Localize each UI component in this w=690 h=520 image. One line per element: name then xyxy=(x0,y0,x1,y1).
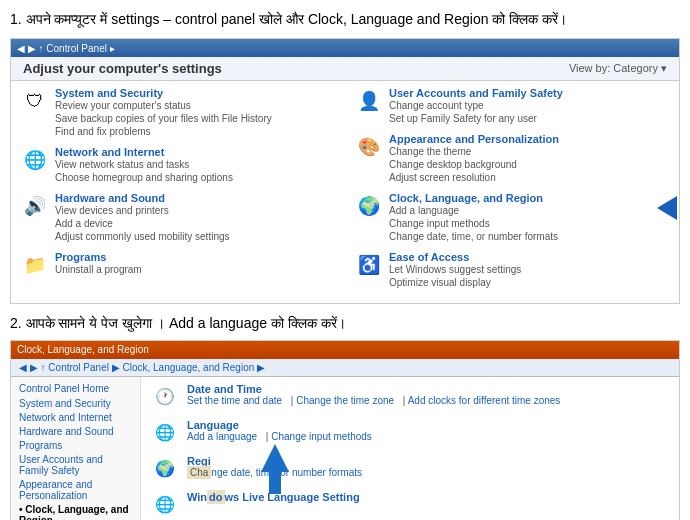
network-desc: View network status and tasksChoose home… xyxy=(55,158,233,184)
add-clocks-link[interactable]: Add clocks for different time zones xyxy=(408,395,561,406)
programs-icon: 📁 xyxy=(21,251,49,279)
cp2-breadcrumb: ◀ ▶ ↑ Control Panel ▶ Clock, Language, a… xyxy=(11,359,679,377)
accounts-desc: Change account typeSet up Family Safety … xyxy=(389,99,563,125)
breadcrumb-link1[interactable]: Control Panel xyxy=(48,362,109,373)
cp2-sidebar: Control Panel Home System and Security N… xyxy=(11,377,141,520)
cp-header-view: View by: Category ▾ xyxy=(569,62,667,75)
appearance-title[interactable]: Appearance and Personalization xyxy=(389,133,559,145)
cp-item-network: 🌐 Network and Internet View network stat… xyxy=(21,146,335,184)
cp2-section-windows-live: 🌐 Windows Live Language Setting xyxy=(151,491,669,519)
clock-title[interactable]: Clock, Language, and Region xyxy=(389,192,558,204)
sidebar-item-system[interactable]: System and Security xyxy=(19,398,132,409)
add-language-link[interactable]: Add a language xyxy=(187,431,257,442)
cp-content: 🛡 System and Security Review your comput… xyxy=(11,81,679,303)
cp2-body: Control Panel Home System and Security N… xyxy=(11,377,679,520)
blue-up-arrow-icon xyxy=(261,444,289,494)
datetime-icon: 🕐 xyxy=(151,383,179,411)
hardware-title[interactable]: Hardware and Sound xyxy=(55,192,230,204)
cp-item-appearance: 🎨 Appearance and Personalization Change … xyxy=(355,133,669,184)
programs-title[interactable]: Programs xyxy=(55,251,142,263)
sidebar-item-appearance[interactable]: Appearance and Personalization xyxy=(19,479,132,501)
cp-header-title: Adjust your computer's settings xyxy=(23,61,222,76)
control-panel-screenshot: ◀ ▶ ↑ Control Panel ▸ Adjust your comput… xyxy=(10,38,680,304)
language-title: Language xyxy=(187,419,378,431)
breadcrumb-link2[interactable]: Clock, Language, and Region xyxy=(123,362,255,373)
cp-titlebar: ◀ ▶ ↑ Control Panel ▸ xyxy=(11,39,679,57)
cp-column-left: 🛡 System and Security Review your comput… xyxy=(21,87,335,297)
appearance-desc: Change the themeChange desktop backgroun… xyxy=(389,145,559,184)
network-icon: 🌐 xyxy=(21,146,49,174)
datetime-title: Date and Time xyxy=(187,383,566,395)
cp-item-ease: ♿ Ease of Access Let Windows suggest set… xyxy=(355,251,669,289)
change-input-link[interactable]: Change input methods xyxy=(271,431,372,442)
cp-titlebar-text: ◀ ▶ ↑ Control Panel ▸ xyxy=(17,43,115,54)
hardware-icon: 🔊 xyxy=(21,192,49,220)
cp-item-system: 🛡 System and Security Review your comput… xyxy=(21,87,335,138)
accounts-icon: 👤 xyxy=(355,87,383,115)
accounts-title[interactable]: User Accounts and Family Safety xyxy=(389,87,563,99)
clock-icon: 🌍 xyxy=(355,192,383,220)
step2-text: 2. आपके सामने ये पेज खुलेगा । Add a lang… xyxy=(10,312,680,334)
ease-desc: Let Windows suggest settingsOptimize vis… xyxy=(389,263,521,289)
ease-title[interactable]: Ease of Access xyxy=(389,251,521,263)
main-container: 1. अपने कमप्यूटर में settings – control … xyxy=(0,0,690,520)
cp2-section-datetime: 🕐 Date and Time Set the time and date | … xyxy=(151,383,669,411)
sidebar-item-network[interactable]: Network and Internet xyxy=(19,412,132,423)
sidebar-item-hardware[interactable]: Hardware and Sound xyxy=(19,426,132,437)
cp-column-right: 👤 User Accounts and Family Safety Change… xyxy=(355,87,669,297)
windows-live-icon: 🌐 xyxy=(151,491,179,519)
system-security-icon: 🛡 xyxy=(21,87,49,115)
step1-text: 1. अपने कमप्यूटर में settings – control … xyxy=(10,8,680,30)
system-security-title[interactable]: System and Security xyxy=(55,87,272,99)
set-time-link[interactable]: Set the time and date xyxy=(187,395,282,406)
sidebar-item-clock[interactable]: • Clock, Language, and Region xyxy=(19,504,132,520)
cp2-main-content: 🕐 Date and Time Set the time and date | … xyxy=(141,377,679,520)
cp2-section-language: 🌐 Language Add a language | Change input… xyxy=(151,419,669,447)
ease-icon: ♿ xyxy=(355,251,383,279)
language-icon: 🌐 xyxy=(151,419,179,447)
cp-header: Adjust your computer's settings View by:… xyxy=(11,57,679,81)
appearance-icon: 🎨 xyxy=(355,133,383,161)
system-security-desc: Review your computer's statusSave backup… xyxy=(55,99,272,138)
cp-item-clock: 🌍 Clock, Language, and Region Add a lang… xyxy=(355,192,669,243)
cp-item-hardware: 🔊 Hardware and Sound View devices and pr… xyxy=(21,192,335,243)
sidebar-item-programs[interactable]: Programs xyxy=(19,440,132,451)
network-title[interactable]: Network and Internet xyxy=(55,146,233,158)
cp-item-programs: 📁 Programs Uninstall a program xyxy=(21,251,335,279)
datetime-links: Set the time and date | Change the time … xyxy=(187,395,566,406)
language-links: Add a language | Change input methods xyxy=(187,431,378,442)
hardware-desc: View devices and printersAdd a deviceAdj… xyxy=(55,204,230,243)
region-icon: 🌍 xyxy=(151,455,179,483)
cp2-titlebar-text: Clock, Language, and Region xyxy=(17,344,149,355)
cp2-titlebar: Clock, Language, and Region xyxy=(11,341,679,359)
sidebar-item-accounts[interactable]: User Accounts and Family Safety xyxy=(19,454,132,476)
programs-desc: Uninstall a program xyxy=(55,263,142,276)
cp-item-accounts: 👤 User Accounts and Family Safety Change… xyxy=(355,87,669,125)
cp2-section-region: 🌍 Region Change date, time, or number fo… xyxy=(151,455,669,483)
cp2-screenshot: Clock, Language, and Region ◀ ▶ ↑ Contro… xyxy=(10,340,680,520)
sidebar-control-panel-home[interactable]: Control Panel Home xyxy=(19,383,132,394)
blue-arrow-icon xyxy=(657,196,677,220)
breadcrumb-text: ◀ ▶ ↑ xyxy=(19,362,48,373)
change-timezone-link[interactable]: Change the time zone xyxy=(296,395,394,406)
clock-desc: Add a languageChange input methodsChange… xyxy=(389,204,558,243)
region-overlay-text: Cha xyxy=(187,466,211,479)
